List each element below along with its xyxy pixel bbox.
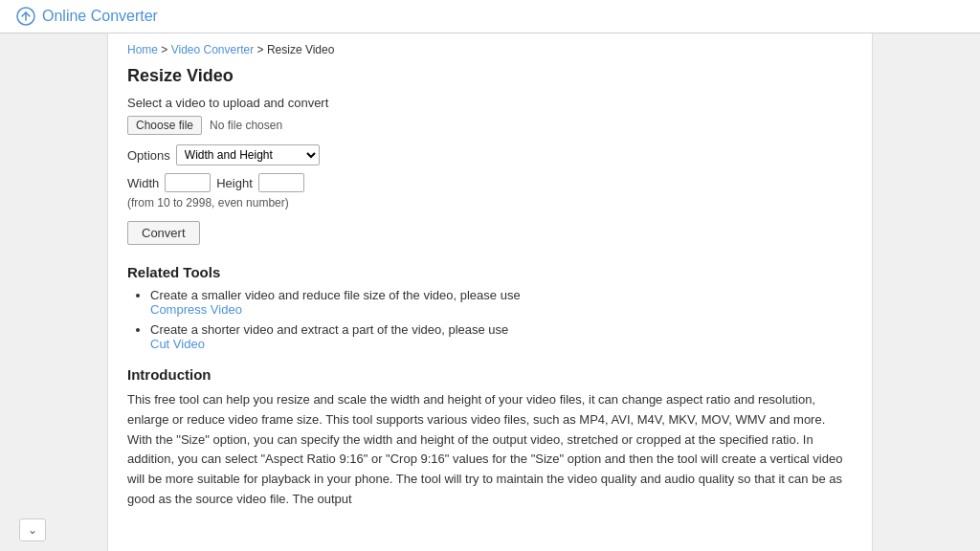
width-label: Width bbox=[127, 176, 159, 190]
cut-video-text: Create a shorter video and extract a par… bbox=[150, 322, 508, 337]
compress-video-link[interactable]: Compress Video bbox=[150, 302, 242, 317]
upload-label: Select a video to upload and convert bbox=[127, 96, 853, 110]
breadcrumb-video-converter[interactable]: Video Converter bbox=[171, 43, 255, 56]
logo-text: Online Converter bbox=[42, 8, 158, 25]
main-container: Home > Video Converter > Resize Video Re… bbox=[107, 33, 873, 551]
options-select[interactable]: Width and Height Size Aspect Ratio bbox=[176, 144, 320, 165]
height-input[interactable] bbox=[258, 173, 304, 192]
outer-wrapper: Online Converter Home > Video Converter … bbox=[0, 0, 980, 551]
convert-button[interactable]: Convert bbox=[127, 221, 200, 245]
options-row: Options Width and Height Size Aspect Rat… bbox=[127, 144, 853, 165]
list-item: Create a shorter video and extract a par… bbox=[150, 322, 853, 351]
related-tools-title: Related Tools bbox=[127, 264, 853, 280]
logo-icon bbox=[15, 6, 36, 27]
cut-video-link[interactable]: Cut Video bbox=[150, 337, 205, 351]
compress-video-text: Create a smaller video and reduce file s… bbox=[150, 288, 521, 302]
breadcrumb: Home > Video Converter > Resize Video bbox=[127, 43, 853, 56]
page-title: Resize Video bbox=[127, 66, 853, 86]
dimensions-row: Width Height bbox=[127, 173, 853, 192]
scroll-down-indicator[interactable]: ⌄ bbox=[19, 518, 46, 541]
introduction-text: This free tool can help you resize and s… bbox=[127, 390, 853, 510]
height-label: Height bbox=[216, 176, 253, 190]
options-label: Options bbox=[127, 148, 170, 163]
list-item: Create a smaller video and reduce file s… bbox=[150, 288, 853, 317]
width-input[interactable] bbox=[165, 173, 211, 192]
header-bar: Online Converter bbox=[0, 0, 980, 33]
introduction-section: Introduction This free tool can help you… bbox=[127, 366, 853, 510]
no-file-text: No file chosen bbox=[210, 119, 282, 132]
breadcrumb-current: Resize Video bbox=[267, 43, 335, 56]
page-wrapper: Home > Video Converter > Resize Video Re… bbox=[0, 33, 980, 551]
range-hint: (from 10 to 2998, even number) bbox=[127, 196, 853, 209]
breadcrumb-sep1: > bbox=[161, 43, 170, 56]
breadcrumb-sep2: > bbox=[257, 43, 267, 56]
related-tools-section: Related Tools Create a smaller video and… bbox=[127, 264, 853, 351]
file-upload-row: Choose file No file chosen bbox=[127, 116, 853, 135]
related-tools-list: Create a smaller video and reduce file s… bbox=[127, 288, 853, 351]
introduction-title: Introduction bbox=[127, 366, 853, 383]
breadcrumb-home[interactable]: Home bbox=[127, 43, 158, 56]
choose-file-button[interactable]: Choose file bbox=[127, 116, 202, 135]
